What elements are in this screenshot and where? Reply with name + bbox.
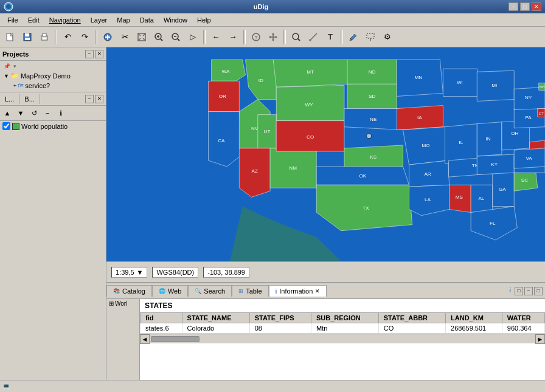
layer-info-button[interactable]: ℹ [55,107,67,119]
menu-file[interactable]: File [2,15,23,25]
info-query-button[interactable]: ? [248,29,264,45]
projects-minimize[interactable]: − [85,50,94,58]
layer-checkbox[interactable] [2,122,10,130]
undo-button[interactable]: ↶ [60,29,75,45]
info-label: Information [279,287,313,295]
scroll-left-btn[interactable]: ◄ [140,334,150,344]
bottom-panel-maximize[interactable]: □ [534,287,543,295]
menu-data[interactable]: Data [135,15,159,25]
tab-web[interactable]: 🌐 Web [152,285,188,297]
new-button[interactable] [2,29,18,45]
tab-layers[interactable]: L... [0,94,19,104]
coords-value: -103, 38.899 [207,269,245,276]
crs-field[interactable]: WGS84(DD) [152,267,198,278]
text-button[interactable]: T [322,29,338,45]
scroll-thumb[interactable] [151,336,200,342]
sep1 [55,30,57,44]
svg-marker-49 [209,112,243,167]
info-tab-close[interactable]: ✕ [315,288,320,294]
tab-bookmarks[interactable]: B... [19,94,40,104]
zoom-in-button[interactable] [151,29,167,45]
menu-layer[interactable]: Layer [86,15,113,25]
bottom-panel-btn1[interactable]: □ [515,287,523,295]
layers-close[interactable]: ✕ [95,95,103,103]
search-label: Search [204,287,225,295]
cell-state-fips: 08 [249,323,311,334]
layer-color-swatch [12,123,19,130]
svg-marker-83 [403,127,448,165]
info-table: fid STATE_NAME STATE_FIPS SUB_REGION STA… [140,312,545,334]
layers-minimize[interactable]: − [85,95,94,103]
tab-catalog[interactable]: 📚 Catalog [106,285,152,297]
settings-button[interactable]: ⚙ [380,29,395,45]
extent-button[interactable] [134,29,150,45]
close-button[interactable]: ✕ [532,2,541,11]
tree-bullet: + [13,83,16,89]
scale-field[interactable]: 1:39,5 ▼ [111,267,147,278]
zoom-out-button[interactable] [168,29,184,45]
tab-table[interactable]: ⊞ Table [232,285,268,297]
scroll-right-btn[interactable]: ► [535,334,545,344]
pan-button[interactable] [265,29,281,45]
map-container[interactable]: WA OR CA ID NV MT [106,47,545,261]
col-state-fips: STATE_FIPS [249,313,311,323]
svg-marker-81 [397,106,443,130]
select-tool[interactable] [363,29,378,45]
zoom-tool[interactable] [288,29,304,45]
right-content: 🗺 service? ✕ − □ WA [106,47,545,380]
save-button[interactable] [19,29,35,45]
coords-field: -103, 38.899 [203,267,249,278]
web-icon: 🌐 [159,288,165,294]
project-mapproxy[interactable]: ▼ 📁 MapProxy Demo [1,70,105,81]
redo-button[interactable]: ↷ [77,29,92,45]
menu-window[interactable]: Window [159,15,192,25]
svg-rect-10 [43,38,46,40]
svg-marker-30 [272,33,274,35]
tab-search[interactable]: 🔍 Search [188,285,232,297]
measure-button[interactable] [305,29,321,45]
bottom-tab-controls: i □ − □ [509,287,545,295]
layer-remove-button[interactable]: − [41,107,54,119]
minimize-button[interactable]: − [509,2,518,11]
scale-dropdown-icon: ▼ [137,269,144,276]
svg-marker-31 [272,40,274,41]
col-state-name: STATE_NAME [182,313,249,323]
app-icon [4,2,13,12]
print-button[interactable] [36,29,52,45]
tab-information[interactable]: i Information ✕ [269,285,327,297]
table-row[interactable]: states.6 Colorado 08 Mtn CO 268659.501 9… [141,323,545,334]
restore-button[interactable]: □ [520,2,530,11]
layers-panel: L... B... − ✕ ▲ ▼ ↺ − ℹ World p [0,92,106,380]
layer-up-button[interactable]: ▲ [1,107,13,119]
expand-arrow: ▾ [13,63,16,69]
info-scrollbar[interactable]: ◄ ► [140,334,545,343]
projects-title: Projects [2,50,29,58]
svg-marker-39 [350,34,356,41]
layer-down-button[interactable]: ▼ [15,107,27,119]
table-icon: ⊞ [238,288,243,294]
svg-marker-33 [276,36,277,38]
bottom-layer-item[interactable]: ⊞ Worl [106,299,139,308]
projects-close[interactable]: ✕ [95,50,103,58]
cell-sub-region: Mtn [311,323,378,334]
status-icon: 💻 [2,383,10,390]
project-service[interactable]: + 🗺 service? [1,81,105,91]
bottom-panel-minimize[interactable]: − [524,287,533,295]
svg-marker-47 [209,81,240,111]
title-text: uDig [13,3,509,10]
layer-world-pop[interactable]: World populatio [0,121,106,131]
back-button[interactable]: ← [208,29,224,45]
cut-button[interactable]: ✂ [117,29,133,45]
sep3 [203,30,206,44]
edit-tool[interactable] [345,29,361,45]
add-layer-button[interactable] [100,29,116,45]
nav-pin-icon: 📌 [4,63,11,69]
layer-refresh-button[interactable]: ↺ [28,107,40,119]
menu-help[interactable]: Help [192,15,216,25]
menu-navigation[interactable]: Navigation [44,15,86,25]
pan-zoom-button[interactable]: ▷ [185,29,201,45]
menu-edit[interactable]: Edit [23,15,44,25]
svg-text:?: ? [254,35,257,41]
menu-map[interactable]: Map [112,15,134,25]
forward-button[interactable]: → [225,29,241,45]
